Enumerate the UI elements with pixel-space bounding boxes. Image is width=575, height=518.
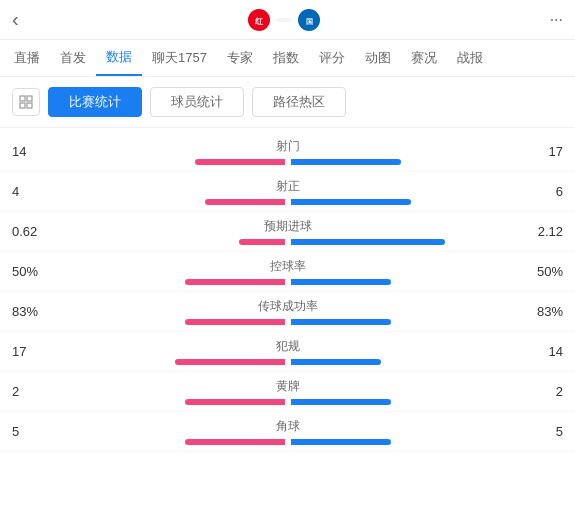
tab-live[interactable]: 直播 [4,41,50,75]
stat-center: 控球率 [50,258,525,285]
bar-right-container [291,399,526,405]
bar-left [185,319,285,325]
match-title: 红 国 [242,9,326,31]
stat-label: 角球 [276,418,300,435]
bar-right-container [291,239,526,245]
bar-right [291,319,391,325]
sub-tabs-bar: 比赛统计 球员统计 路径热区 [0,77,575,128]
bar-divider [287,399,289,405]
bars [50,279,525,285]
stat-right-value: 50% [525,264,563,279]
bar-left-container [50,239,285,245]
bar-divider [287,239,289,245]
bar-divider [287,279,289,285]
stat-center: 射正 [50,178,525,205]
tab-lineup[interactable]: 首发 [50,41,96,75]
stat-row: 17 犯规 14 [0,332,575,372]
bar-divider [287,159,289,165]
tab-expert[interactable]: 专家 [217,41,263,75]
bar-right [291,279,391,285]
bar-right [291,239,445,245]
stat-right-value: 5 [525,424,563,439]
tab-data[interactable]: 数据 [96,40,142,76]
stat-left-value: 17 [12,344,50,359]
svg-rect-6 [20,103,25,108]
stat-row: 2 黄牌 2 [0,372,575,412]
bar-right-container [291,439,526,445]
svg-text:国: 国 [306,18,313,25]
tab-gif[interactable]: 动图 [355,41,401,75]
bar-left [185,399,285,405]
bar-right [291,359,381,365]
bars [50,319,525,325]
tab-odds[interactable]: 指数 [263,41,309,75]
bars [50,199,525,205]
home-team-logo: 红 [248,9,270,31]
stat-right-value: 2 [525,384,563,399]
stat-row: 5 角球 5 [0,412,575,452]
tab-report[interactable]: 战报 [447,41,493,75]
bar-right-container [291,199,526,205]
stat-label: 射门 [276,138,300,155]
bars [50,439,525,445]
stat-center: 预期进球 [50,218,525,245]
stat-center: 犯规 [50,338,525,365]
tab-chat[interactable]: 聊天1757 [142,41,217,75]
stat-center: 射门 [50,138,525,165]
bar-right-container [291,279,526,285]
bar-divider [287,199,289,205]
sub-tab-player-stats[interactable]: 球员统计 [150,87,244,117]
stats-container: 14 射门 17 4 射正 [0,128,575,456]
nav-tabs: 直播 首发 数据 聊天1757 专家 指数 评分 动图 赛况 战报 [0,40,575,77]
stat-center: 传球成功率 [50,298,525,325]
stat-left-value: 83% [12,304,50,319]
bar-right [291,159,401,165]
stat-left-value: 5 [12,424,50,439]
bar-divider [287,319,289,325]
tab-rating[interactable]: 评分 [309,41,355,75]
bar-left [185,439,285,445]
stat-row: 50% 控球率 50% [0,252,575,292]
bar-left-container [50,359,285,365]
bars [50,159,525,165]
sub-tab-match-stats[interactable]: 比赛统计 [48,87,142,117]
bars [50,399,525,405]
stat-row: 83% 传球成功率 83% [0,292,575,332]
svg-rect-5 [27,96,32,101]
more-button[interactable]: ··· [550,11,563,29]
tab-situation[interactable]: 赛况 [401,41,447,75]
bar-left [175,359,285,365]
bar-divider [287,359,289,365]
stat-right-value: 83% [525,304,563,319]
bar-left-container [50,159,285,165]
sub-tab-icon[interactable] [12,88,40,116]
svg-rect-7 [27,103,32,108]
stat-label: 黄牌 [276,378,300,395]
bar-left [205,199,285,205]
bar-right-container [291,319,526,325]
stat-row: 14 射门 17 [0,132,575,172]
stat-center: 角球 [50,418,525,445]
sub-tab-heatmap[interactable]: 路径热区 [252,87,346,117]
stat-label: 预期进球 [264,218,312,235]
bar-right-container [291,359,526,365]
stat-row: 0.62 预期进球 2.12 [0,212,575,252]
bar-left-container [50,199,285,205]
stat-right-value: 17 [525,144,563,159]
match-score [276,18,292,22]
stat-right-value: 6 [525,184,563,199]
bar-right-container [291,159,526,165]
stat-label: 射正 [276,178,300,195]
stat-left-value: 14 [12,144,50,159]
stat-label: 控球率 [270,258,306,275]
bar-left [239,239,285,245]
bars [50,239,525,245]
bar-left-container [50,319,285,325]
back-button[interactable]: ‹ [12,8,19,31]
stat-label: 犯规 [276,338,300,355]
bar-left-container [50,399,285,405]
bar-left [185,279,285,285]
svg-rect-4 [20,96,25,101]
match-header: ‹ 红 国 ··· [0,0,575,40]
bar-divider [287,439,289,445]
